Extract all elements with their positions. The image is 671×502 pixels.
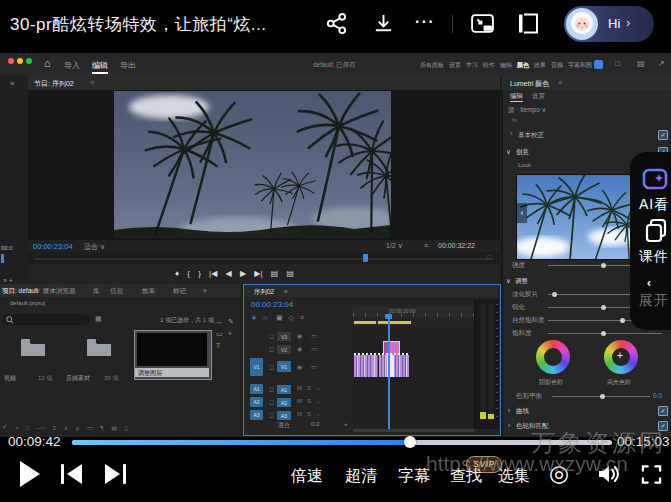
ruler-timecode-label: 00:00:20:00	[389, 308, 415, 314]
track-name: V2	[277, 345, 291, 354]
rail-collapse-icon: »	[10, 79, 14, 88]
courseware-icon[interactable]	[644, 218, 668, 244]
lock-icon: ◻	[269, 398, 274, 405]
cast-icon[interactable]: ◎	[549, 460, 569, 487]
timeline-toolbar-icons: ▣ ◇ ≡	[276, 314, 304, 322]
lock-icon: ◻	[269, 385, 274, 392]
pr-project-status: default: 已保存	[313, 61, 356, 70]
solo-button: S	[307, 411, 311, 417]
mac-close-icon	[8, 58, 14, 64]
item-count: 13 项	[38, 374, 52, 383]
lock-icon: ◻	[269, 363, 274, 370]
progress-bar[interactable]	[72, 440, 612, 445]
mini-player-icon[interactable]	[516, 11, 540, 36]
subtitle-button[interactable]: 字幕	[398, 466, 430, 487]
grid-view-icon: ▦	[95, 315, 102, 323]
pr-fullscreen-icon: ↗	[658, 59, 665, 68]
picture-in-picture-icon[interactable]	[470, 11, 495, 36]
work-area-bar	[378, 321, 411, 324]
sequence-duration: 00:00:32:22	[438, 242, 475, 249]
playback-speed-button[interactable]: 倍速	[291, 466, 323, 487]
lumetri-panel-tab: Lumetri 颜色	[510, 79, 549, 89]
status-check-icon: ✓	[2, 423, 8, 431]
pr-nav-export: 导出	[120, 60, 136, 71]
bin-folder-icon	[86, 337, 112, 357]
collapse-chevron-icon[interactable]: ‹	[647, 276, 651, 290]
account-button[interactable]: Hi ›	[564, 6, 654, 42]
program-video-palm-trees	[114, 91, 391, 238]
tab-markers: 标记	[173, 287, 186, 296]
play-button[interactable]	[20, 461, 40, 487]
look-label: Look	[518, 162, 531, 168]
source-patch: V1	[250, 358, 263, 376]
look-preview-image	[517, 175, 633, 259]
meter-track	[480, 304, 486, 419]
download-icon[interactable]	[372, 12, 395, 35]
ai-watch-icon[interactable]	[642, 166, 668, 192]
clip-v1-group	[354, 355, 378, 377]
scrubber-end-marker: □	[487, 254, 491, 260]
episode-list-button[interactable]: 选集	[498, 466, 530, 487]
progress-thumb[interactable]	[404, 436, 416, 448]
tab-project: 项目: default	[2, 287, 38, 296]
project-footer-icons: ▪ □ ─○ ≡ ∨ ρ ▭ ¶ ▤ ▯	[16, 424, 128, 431]
workspace-tab: 所有面板	[420, 61, 444, 70]
ai-watch-label[interactable]: AI看	[639, 196, 669, 214]
courseware-label[interactable]: 课件	[639, 248, 669, 266]
next-episode-button[interactable]	[105, 464, 120, 484]
meter-level	[480, 412, 486, 419]
expand-label[interactable]: 展开	[639, 292, 669, 310]
avatar	[566, 8, 598, 40]
mic-icon: ♩	[317, 411, 323, 417]
timeline-ruler: 00:00:20:00	[353, 307, 475, 317]
work-area-bar	[354, 321, 376, 324]
topbar-divider	[452, 15, 453, 33]
track-toggle-icon: ▭	[311, 332, 317, 339]
chevron-right-icon: ›	[626, 15, 630, 30]
quality-button[interactable]: 超清	[345, 466, 377, 487]
audio-meters	[474, 299, 499, 429]
clip-name: 调整图层	[138, 369, 162, 378]
tab-effects: 效果	[142, 287, 155, 296]
look-prev-arrow: ‹	[517, 203, 527, 223]
search-in-video-button[interactable]: 查找	[450, 466, 482, 487]
project-file-name: default.prproj	[10, 300, 45, 306]
fullscreen-icon[interactable]	[641, 464, 662, 485]
eye-icon: ◉	[297, 332, 302, 339]
timeline-playhead-line	[388, 319, 390, 429]
source-patch: A2	[250, 397, 263, 407]
tracks-area	[353, 327, 475, 427]
section-color-wheels-match: 色轮和匹配	[516, 422, 549, 431]
pr-workspace-tabs: 所有面板 设置 学习 组件 编辑 颜色 效果 音频 字幕和图形	[420, 61, 592, 70]
video-surface[interactable]: ⌂ 导入 编辑 导出 default: 已保存 所有面板 设置 学习 组件 编辑…	[0, 53, 671, 437]
highlight-tint-wheel: +	[604, 340, 638, 374]
balance-label: 色彩平衡	[516, 392, 542, 401]
workspace-tab: 音频	[551, 61, 563, 70]
previous-episode-icon[interactable]	[67, 464, 82, 484]
eye-icon: ◉	[297, 363, 302, 370]
shadow-tint-label: 阴影色彩	[539, 378, 563, 387]
type-tool-icon: T	[216, 342, 220, 349]
slider-label: 锐化	[512, 303, 525, 312]
rail-more-icon: » +	[3, 277, 13, 284]
section-basic-correction: 基本校正	[518, 131, 544, 140]
section-enabled-checkbox: ✓	[658, 421, 668, 431]
workspace-tab: 字幕和图形	[568, 61, 592, 70]
workspace-tab: 设置	[449, 61, 461, 70]
quick-export-icon	[594, 60, 603, 69]
mic-icon: ♩	[317, 398, 323, 404]
rail-timecode: 00:0	[1, 245, 13, 251]
previous-episode-button[interactable]	[61, 464, 64, 484]
clip-thumbnail	[137, 333, 207, 366]
track-name: A1	[277, 385, 291, 394]
volume-icon[interactable]	[596, 464, 620, 484]
track-name: V1	[277, 361, 291, 372]
fx-badge: fx	[512, 117, 517, 123]
next-episode-icon[interactable]	[123, 464, 126, 484]
section-adjust: 调整	[515, 277, 528, 286]
share-icon[interactable]	[325, 12, 348, 35]
more-menu-icon[interactable]: ⋯	[414, 9, 434, 33]
hi-label: Hi	[608, 16, 620, 31]
clip-label-strip: 调整图层	[135, 368, 209, 377]
lumetri-tab-edit: 编辑	[510, 92, 523, 102]
